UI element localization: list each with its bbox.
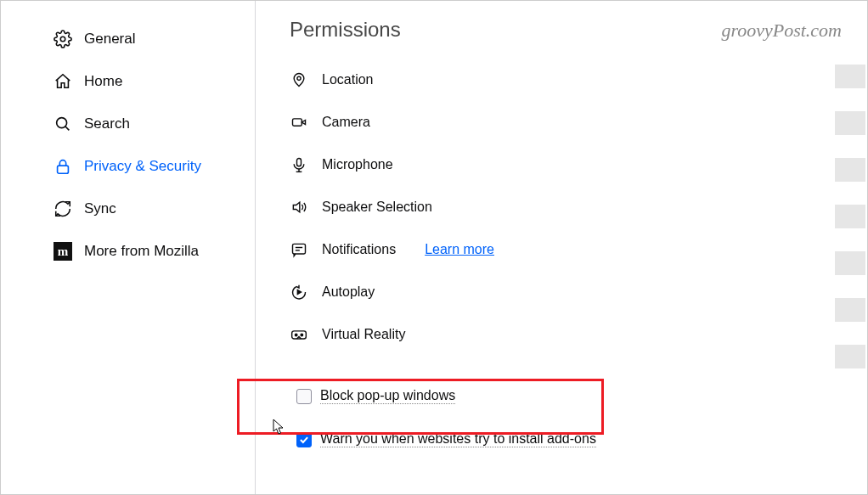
sidebar-item-privacy-security[interactable]: Privacy & Security [43,145,255,188]
checkbox-warn-addons[interactable]: Warn you when websites try to install ad… [296,426,867,453]
svg-rect-3 [58,166,69,173]
lock-icon [54,157,72,176]
watermark: groovyPost.com [721,20,842,42]
settings-button-stub[interactable] [835,158,865,182]
sidebar-item-label: Home [84,73,122,90]
main-content: Permissions Location Camera Microphone S… [256,1,867,494]
permission-microphone: Microphone [290,143,867,186]
permission-label: Microphone [322,157,393,172]
svg-point-15 [295,334,297,336]
svg-point-0 [60,37,65,42]
camera-icon [290,113,308,132]
checkbox-block-popups[interactable]: Block pop-up windows [296,383,867,409]
svg-marker-9 [293,202,300,212]
checkbox-label: Warn you when websites try to install ad… [320,431,596,447]
checkbox-label: Block pop-up windows [320,388,455,404]
checkbox-icon[interactable] [296,389,312,404]
svg-rect-6 [297,159,302,166]
settings-button-stub[interactable] [835,345,865,368]
permission-camera: Camera [290,101,867,143]
permission-label: Camera [322,115,370,130]
sidebar-item-more-mozilla[interactable]: m More from Mozilla [43,230,255,273]
sidebar-item-general[interactable]: General [43,18,255,60]
permission-label: Virtual Reality [322,327,405,342]
permission-label: Autoplay [322,284,375,300]
svg-marker-13 [297,290,301,295]
cursor-icon [273,419,286,438]
microphone-icon [290,155,308,174]
svg-rect-14 [292,331,307,339]
settings-button-stub[interactable] [835,65,865,88]
search-icon [54,115,72,133]
svg-point-4 [297,76,301,80]
permission-label: Location [322,72,374,87]
sidebar: General Home Search Privacy & Security S [1,1,256,494]
sidebar-item-sync[interactable]: Sync [43,188,255,230]
permission-label: Speaker Selection [322,200,432,215]
permission-notifications: Notifications Learn more [290,228,867,271]
location-icon [290,70,308,89]
svg-rect-5 [293,119,302,126]
mozilla-icon: m [54,242,72,261]
sidebar-item-label: Sync [84,200,116,217]
speaker-icon [290,198,308,217]
settings-button-stub[interactable] [835,205,865,228]
settings-button-stub[interactable] [835,298,865,322]
sidebar-item-label: Search [84,115,130,132]
learn-more-link[interactable]: Learn more [425,242,494,257]
sidebar-item-home[interactable]: Home [43,60,255,103]
settings-button-stub[interactable] [835,111,865,135]
permission-label: Notifications [322,242,396,257]
svg-line-2 [65,127,70,131]
sidebar-item-search[interactable]: Search [43,103,255,145]
permission-autoplay: Autoplay [290,271,867,313]
sync-icon [54,200,72,218]
permission-location: Location [290,59,867,101]
svg-point-16 [301,334,303,336]
gear-icon [54,30,72,48]
autoplay-icon [290,283,308,301]
sidebar-item-label: Privacy & Security [84,158,201,175]
home-icon [54,72,72,91]
permission-vr: Virtual Reality [290,313,867,356]
notifications-icon [290,240,308,259]
vr-icon [290,325,308,344]
checkbox-icon[interactable] [296,432,312,447]
sidebar-item-label: General [84,31,135,48]
svg-rect-10 [293,244,306,254]
sidebar-item-label: More from Mozilla [84,243,199,260]
permission-speaker: Speaker Selection [290,186,867,228]
settings-button-stub[interactable] [835,251,865,275]
